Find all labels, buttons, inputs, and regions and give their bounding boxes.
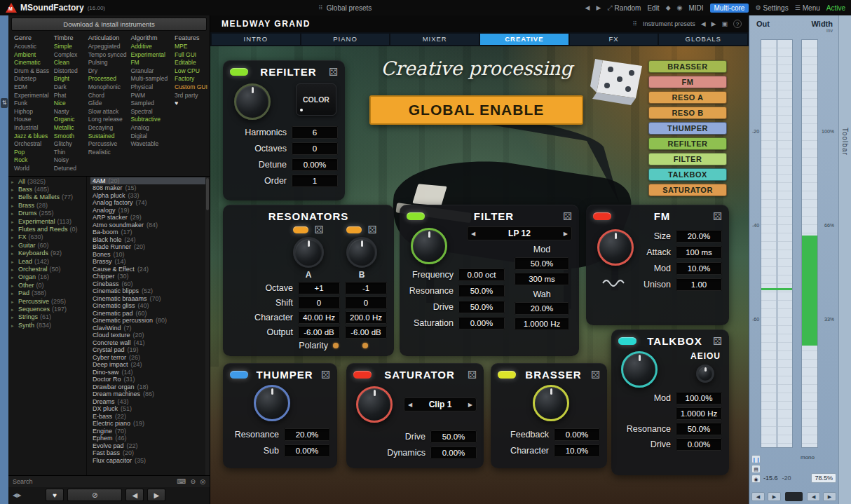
filter-item[interactable]: Complex [54, 51, 86, 60]
tab[interactable]: INTRO [212, 34, 300, 45]
panel-width-arrows[interactable]: ◀▶ [13, 492, 21, 498]
global-presets-button[interactable]: ⠿ Global presets [318, 4, 372, 12]
param-value[interactable]: 50.0% [676, 423, 722, 435]
expander-icon[interactable]: ▸ [11, 193, 16, 201]
menu-button[interactable]: ☰Menu [795, 4, 820, 12]
filter-item[interactable]: Slow attack [88, 108, 128, 116]
param-value-a[interactable]: -6.00 dB [298, 326, 340, 339]
search-input[interactable]: Search [13, 478, 173, 485]
expander-icon[interactable]: ▸ [11, 218, 16, 226]
resonator-a-knob[interactable] [293, 237, 324, 268]
filter-item[interactable]: Realistic [88, 149, 128, 157]
preset-item[interactable]: Dreams (43) [90, 398, 210, 406]
filter-item[interactable]: Ambient [14, 51, 51, 60]
filter-item[interactable]: Drum & Bass [14, 67, 51, 76]
filter-header[interactable]: Timbre [54, 34, 86, 41]
filter-item[interactable]: Experimental [14, 92, 51, 100]
expander-icon[interactable]: ▸ [11, 298, 16, 306]
category-item[interactable]: ▸ Lead (142) [11, 258, 86, 266]
filter-item[interactable]: Metallic [54, 124, 86, 132]
preset-item[interactable]: Cinematic braaams (70) [90, 295, 210, 303]
power-icon[interactable]: ◉ [751, 475, 761, 483]
module-button[interactable]: REFILTER [648, 137, 727, 150]
category-item[interactable]: ▸ Pad (388) [11, 290, 86, 297]
filter-item[interactable]: Percussive [88, 140, 128, 149]
preset-item[interactable]: Fast bass (20) [90, 449, 210, 457]
randomize-icon[interactable]: ⚄ [563, 211, 572, 222]
preset-item[interactable]: Cause & Effect (24) [90, 266, 210, 273]
preset-item[interactable]: Ba-boom (17) [90, 229, 210, 236]
thumper-knob[interactable] [254, 385, 290, 421]
filter-item[interactable]: Glitchy [54, 140, 86, 149]
download-instruments-button[interactable]: Download & Install instruments [11, 18, 207, 31]
preset-item[interactable]: Blade Runner (20) [90, 243, 210, 251]
filter-item[interactable]: 3rd party [175, 92, 205, 100]
filter-item[interactable]: Multi-sampled [130, 75, 172, 83]
tab[interactable]: GLOBALS [659, 34, 747, 45]
filter-item[interactable]: Smooth [54, 132, 86, 141]
next-global-preset-button[interactable]: ▶ [596, 4, 601, 11]
param-value-a[interactable]: +1 [298, 282, 340, 294]
wah-amount-value[interactable]: 20.0% [515, 302, 569, 315]
out-meter[interactable] [761, 39, 793, 448]
saturator-knob[interactable] [356, 386, 393, 423]
collapse-icon[interactable]: ⊖ [191, 478, 196, 485]
resonator-b-led[interactable] [346, 226, 362, 233]
filter-item[interactable]: Simple [54, 43, 86, 51]
filter-item[interactable]: Custom GUI [175, 83, 205, 92]
category-item[interactable]: ▸ Orchestral (50) [11, 266, 86, 273]
param-value[interactable]: 1.00 [676, 278, 722, 291]
expander-icon[interactable]: ▸ [11, 290, 16, 297]
next-preset-button[interactable]: ▶ [147, 489, 165, 501]
filter-item[interactable]: Jazz & blues [14, 132, 51, 141]
filter-item[interactable]: Wavetable [130, 140, 172, 149]
keyboard-icon[interactable]: ⌨ [177, 478, 186, 485]
param-value[interactable]: 0.00% [676, 438, 722, 451]
param-value[interactable]: 0.00% [430, 447, 477, 459]
expander-icon[interactable]: ▸ [11, 242, 16, 250]
preset-item[interactable]: Ephem (46) [90, 435, 210, 442]
module-button[interactable]: SATURATOR [648, 184, 727, 196]
filter-item[interactable]: Funk [14, 100, 51, 108]
preset-item[interactable]: Bones (10) [90, 251, 210, 259]
filter-item[interactable]: Spectral [130, 108, 172, 116]
target-icon[interactable]: ◎ [200, 478, 205, 485]
preset-item[interactable]: Deep impact (24) [90, 361, 210, 369]
filter-item[interactable]: Chord [88, 92, 128, 100]
brasser-enable-led[interactable] [498, 371, 516, 379]
category-item[interactable]: ▸ Percussive (295) [11, 298, 86, 306]
filter-item[interactable]: Cinematic [14, 59, 51, 67]
filter-item[interactable]: Acoustic [14, 43, 51, 51]
module-button[interactable]: THUMPER [648, 122, 727, 135]
filter-item[interactable]: Digital [130, 132, 172, 141]
randomize-icon[interactable]: ⚄ [713, 211, 722, 222]
expander-icon[interactable]: ▸ [11, 178, 16, 186]
preset-item[interactable]: Drawbar organ (18) [90, 383, 210, 391]
preset-item[interactable]: ARP stacker (29) [90, 214, 210, 222]
category-item[interactable]: ▸ FX (630) [11, 233, 86, 241]
filter-item[interactable]: Distorted [54, 67, 86, 76]
filter-item[interactable]: Decaying [88, 124, 128, 132]
preset-item[interactable]: Concrete wall (41) [90, 339, 210, 347]
folder-icon[interactable]: ▣ [721, 20, 728, 27]
favorite-button[interactable]: ♥ [46, 489, 64, 501]
expander-icon[interactable]: ▸ [11, 322, 16, 329]
module-button[interactable]: BRASSER [648, 60, 727, 73]
help-icon[interactable]: ? [733, 20, 742, 28]
filter-item[interactable]: EDM [14, 83, 51, 92]
randomize-icon[interactable]: ⚄ [713, 336, 722, 346]
category-item[interactable]: ▸ Bells & Mallets (77) [11, 193, 86, 201]
param-value[interactable]: 10.0% [676, 262, 722, 275]
filter-item[interactable]: Additive [130, 43, 172, 51]
polarity-a-toggle[interactable] [333, 343, 339, 348]
tab[interactable]: MIXER [390, 34, 479, 45]
param-value[interactable]: 0.00% [458, 317, 505, 329]
filter-enable-led[interactable] [407, 212, 425, 220]
category-item[interactable]: ▸ Experimental (113) [11, 218, 86, 226]
randomize-icon[interactable]: ⚄ [314, 224, 323, 235]
preset-item[interactable]: 808 maker (15) [90, 184, 210, 192]
expander-icon[interactable]: ▸ [11, 282, 16, 290]
expander-icon[interactable]: ▸ [11, 266, 16, 273]
disable-filter-button[interactable]: ⊘ [67, 489, 122, 501]
filter-item[interactable]: Organic [54, 116, 86, 124]
